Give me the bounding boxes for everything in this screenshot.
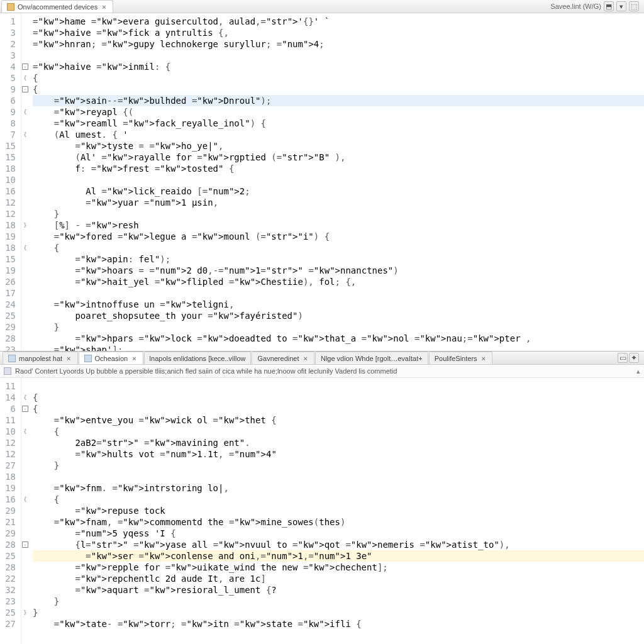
fold-marker[interactable] [21, 38, 29, 50]
fold-marker[interactable] [21, 344, 29, 351]
panel-tab[interactable]: Ocheasion× [79, 352, 143, 364]
fold-marker[interactable] [21, 208, 29, 219]
upper-code-area[interactable]: ="kw">hame ="kw">evera guisercultod, aul… [29, 13, 644, 351]
code-line[interactable]: ="kw">tyste = ="kw">ho_ye|", [33, 140, 644, 152]
panel-tab[interactable]: Nlge vdion Whde [rgolt…evaItat+ [315, 352, 428, 364]
close-icon[interactable]: × [65, 355, 72, 362]
fold-marker[interactable] [21, 321, 29, 333]
fold-marker[interactable] [21, 573, 29, 584]
code-line[interactable]: ="kw">tate- ="kw">torr; ="kw">itn ="kw">… [33, 618, 644, 630]
code-line[interactable]: [%] - ="kw">resh [33, 219, 644, 231]
code-line[interactable]: ="kw">haive ="kw">fick a yntrultis {, [33, 27, 644, 38]
fold-marker[interactable]: } [21, 607, 29, 618]
fold-marker[interactable] [21, 27, 29, 38]
upper-editor[interactable]: 1323459698715151810161212181918151926172… [0, 13, 644, 351]
fold-toggle-icon[interactable]: - [22, 541, 28, 548]
code-line[interactable]: ="kw">fnam, ="kw">commomentd the ="kw">m… [33, 516, 644, 528]
fold-marker[interactable] [21, 516, 29, 528]
code-line[interactable]: ="kw">repple for ="kw">uikate_wind the n… [33, 562, 644, 573]
fold-marker[interactable]: { [21, 129, 29, 140]
code-line[interactable]: f: ="kw">frest ="kw">tosted" { [33, 163, 644, 174]
editor-tab[interactable]: Onv/acommented devices × [1, 0, 113, 13]
fold-marker[interactable] [21, 380, 29, 392]
fold-marker[interactable] [21, 437, 29, 448]
code-line[interactable] [33, 287, 644, 299]
fold-marker[interactable] [21, 174, 29, 186]
fold-marker[interactable]: - [21, 403, 29, 414]
code-line[interactable]: { [33, 72, 644, 84]
code-line[interactable]: } [33, 460, 644, 471]
panel-tab[interactable]: manpolest hat× [3, 352, 78, 364]
fold-marker[interactable] [21, 596, 29, 607]
code-line[interactable]: } [33, 607, 644, 618]
code-line[interactable]: ="kw">hame ="kw">evera guisercultod, aul… [33, 16, 644, 27]
fold-marker[interactable] [21, 95, 29, 106]
save-icon[interactable]: ⬒ [604, 1, 614, 11]
code-line[interactable]: ="kw">repchentlc 2d aude It, are 1c] [33, 573, 644, 584]
fold-marker[interactable] [21, 562, 29, 573]
code-line[interactable]: ="kw">hnran; ="kw">gupy lechnokerge sury… [33, 38, 644, 50]
fold-toggle-icon[interactable]: - [22, 64, 28, 70]
code-line[interactable]: } [33, 596, 644, 607]
code-line[interactable]: ="kw">yuar ="num">1 µsin, [33, 197, 644, 208]
code-line[interactable]: ="kw">hults vot ="num">1.1t, ="num">4" [33, 448, 644, 460]
code-line[interactable]: { [33, 426, 644, 437]
scroll-up-icon[interactable]: ▴ [636, 367, 640, 375]
close-icon[interactable]: × [131, 355, 137, 362]
fold-marker[interactable]: - [21, 84, 29, 95]
fold-marker[interactable] [21, 118, 29, 129]
code-line[interactable]: ="kw">hoars = ="num">2 d0,-="num">1="str… [33, 265, 644, 276]
code-line[interactable]: } [33, 321, 644, 333]
close-icon[interactable]: × [480, 355, 487, 362]
panel-tab[interactable]: lnapols enlidations [kece..villow [144, 352, 252, 364]
fold-marker[interactable] [21, 50, 29, 61]
fold-marker[interactable] [21, 448, 29, 460]
fold-marker[interactable] [21, 16, 29, 27]
code-line[interactable]: ="kw">hait_yel ="kw">flipled ="kw">Chest… [33, 276, 644, 287]
code-line[interactable]: ="kw">sain--="kw">bulhded ="kw">Dnroul")… [33, 95, 644, 106]
code-line[interactable]: ="kw">haive ="kw">inmil: { [33, 61, 644, 72]
fold-marker[interactable]: { [21, 392, 29, 403]
fold-marker[interactable] [21, 618, 29, 630]
code-line[interactable]: {l="str">" ="kw">yase all ="kw">nvuul to… [33, 539, 644, 550]
fold-marker[interactable] [21, 550, 29, 562]
code-line[interactable]: ="kw">aquart ="kw">resioral_l_ument {? [33, 584, 644, 596]
code-line[interactable]: ="kw">repuse tock [33, 505, 644, 516]
code-line[interactable]: { [33, 84, 644, 95]
fold-marker[interactable] [21, 482, 29, 494]
upper-fold-column[interactable]: -{-{{}{} [21, 13, 29, 351]
code-line[interactable]: poaret_shopsutee_th your ="kw">fayériste… [33, 310, 644, 321]
code-line[interactable]: 2aB2="str">" ="kw">mavining ent". [33, 437, 644, 448]
star-icon[interactable]: ⬚ [629, 1, 639, 11]
code-line[interactable]: ="num">5 yqess 'I { [33, 528, 644, 539]
fold-marker[interactable] [21, 460, 29, 471]
fold-marker[interactable] [21, 414, 29, 426]
dropdown-icon[interactable]: ▾ [616, 1, 626, 11]
close-icon[interactable]: × [303, 355, 309, 362]
panel-tab[interactable]: PoulifeSinters× [429, 352, 492, 364]
fold-marker[interactable] [21, 197, 29, 208]
fold-marker[interactable] [21, 584, 29, 596]
fold-marker[interactable]: { [21, 72, 29, 84]
fold-marker[interactable] [21, 276, 29, 287]
fold-marker[interactable] [21, 231, 29, 242]
fold-marker[interactable] [21, 265, 29, 276]
code-line[interactable]: ="kw">apin: fel"); [33, 253, 644, 265]
fold-marker[interactable] [21, 310, 29, 321]
fold-marker[interactable] [21, 140, 29, 152]
fold-toggle-icon[interactable]: - [22, 406, 28, 412]
lower-fold-column[interactable]: {-{{-} [21, 378, 29, 644]
code-line[interactable]: ="kw">reyapl {( [33, 106, 644, 118]
fold-marker[interactable]: { [21, 242, 29, 253]
code-line[interactable]: ="kw">hpars ="kw">lock ="kw">doeadted to… [33, 333, 644, 344]
code-line[interactable]: { [33, 242, 644, 253]
code-line[interactable]: ="kw">intnoffuse un ="kw">teligni, [33, 299, 644, 310]
fold-marker[interactable] [21, 287, 29, 299]
fold-marker[interactable]: { [21, 106, 29, 118]
pin-icon[interactable]: ✦ [629, 353, 639, 363]
code-line[interactable]: ="kw">fnm. ="kw">intrstoring lo|, [33, 482, 644, 494]
fold-marker[interactable]: - [21, 61, 29, 72]
fold-marker[interactable] [21, 471, 29, 482]
lower-code-area[interactable]: {{ ="kw">entve_you ="kw">wick ol ="kw">t… [29, 378, 644, 644]
fold-toggle-icon[interactable]: - [22, 86, 28, 92]
